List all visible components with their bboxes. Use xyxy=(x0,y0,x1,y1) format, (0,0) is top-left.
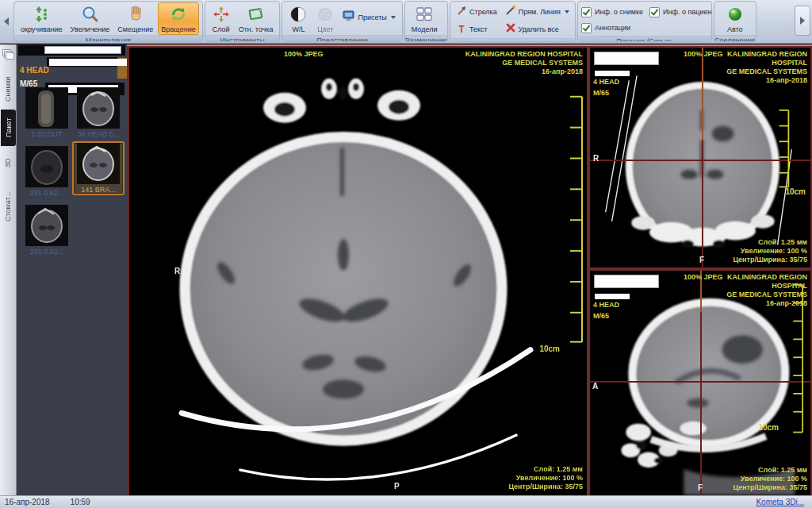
window-level-button[interactable]: W/L xyxy=(285,2,311,35)
image-stats: Слой: 1.25 мм Увеличение: 100 % Центр/Ши… xyxy=(733,238,807,264)
tab-3d[interactable]: 3D xyxy=(0,152,16,173)
tab-dental[interactable]: Стомат... xyxy=(0,189,16,224)
color-button[interactable]: Цвет xyxy=(312,2,338,35)
button-label: Модели xyxy=(412,25,438,33)
info-line: GE MEDICAL SYSTEMS xyxy=(726,67,807,76)
line-icon xyxy=(505,5,516,19)
ruler-label: 10cm xyxy=(539,344,560,353)
checkbox-icon xyxy=(581,23,592,33)
ribbon-group-manipulation: окручивание Увеличение Смещение Вращение xyxy=(13,1,203,42)
sagittal-viewport[interactable]: 4 HEAD M/65 100% JPEG KALININGRAD REGION… xyxy=(590,271,810,495)
color-palette-icon xyxy=(316,4,335,25)
patient-label: M/65 xyxy=(593,89,609,98)
checkbox-annotations[interactable]: Аннотации xyxy=(581,23,643,33)
button-label: Слой xyxy=(213,25,230,33)
info-line: 16-апр-2018 xyxy=(726,299,807,308)
redaction-bar xyxy=(44,46,121,54)
slice-cross-icon xyxy=(212,4,231,25)
arrow-icon xyxy=(456,5,467,19)
info-line: KALININGRAD REGION HOSPITAL xyxy=(465,50,583,59)
checkbox-icon xyxy=(581,7,592,17)
rotate-tool-button[interactable]: Вращение xyxy=(158,2,198,35)
chevron-down-icon xyxy=(565,10,569,13)
thumbnail-141-bra[interactable]: 141 BRA... xyxy=(72,141,124,195)
patient-label: M/65 xyxy=(593,312,609,321)
presets-button[interactable]: Присеты xyxy=(339,9,398,26)
chevron-right-icon xyxy=(800,17,805,25)
tab-stack[interactable]: Пакет xyxy=(1,110,16,146)
button-label: Текст xyxy=(469,25,488,33)
models-button[interactable]: Модели xyxy=(408,2,441,35)
slice-tool-button[interactable]: Слой xyxy=(209,2,234,35)
thumbnail-label: 141 BRA... xyxy=(74,186,123,194)
info-line: 16-апр-2018 xyxy=(465,67,583,76)
group-caption: Измерения и Аннотации xyxy=(450,38,575,42)
redaction-bar xyxy=(595,71,630,76)
info-line: HOSPITAL xyxy=(726,282,807,291)
orientation-marker-bottom: P xyxy=(394,482,400,491)
ribbon-group-presentation: W/L Цвет Присеты Представление xyxy=(282,1,402,42)
quality-label: 100% JPEG xyxy=(684,273,723,282)
axial-viewport[interactable]: 100% JPEG KALININGRAD REGION HOSPITAL GE… xyxy=(129,48,587,495)
info-line: KALININGRAD REGION xyxy=(726,50,807,59)
series-label: 4 HEAD xyxy=(593,301,619,310)
thumbnail-scout[interactable]: 1 SCOUT xyxy=(22,87,71,138)
button-label: Прям. Линия xyxy=(519,8,561,16)
button-label: Присеты xyxy=(358,13,386,21)
ruler-label: 10cm xyxy=(758,423,779,432)
ribbon-expand-button[interactable] xyxy=(795,6,810,36)
info-line: HOSPITAL xyxy=(726,59,807,67)
pan-tool-button[interactable]: Смещение xyxy=(114,2,156,35)
stat-line: Центр/Ширина: 35/75 xyxy=(733,483,807,492)
checkbox-icon xyxy=(649,7,660,17)
series-label: 4 HEAD xyxy=(20,66,49,75)
ruler-label: 10cm xyxy=(785,187,806,196)
tab-images[interactable]: Снимки xyxy=(0,67,16,111)
reference-frame-icon xyxy=(247,4,266,25)
orientation-marker-left: A xyxy=(592,382,598,391)
coronal-viewport[interactable]: 4 HEAD M/65 100% JPEG KALININGRAD REGION… xyxy=(590,48,810,267)
scroll-tool-button[interactable]: окручивание xyxy=(17,2,66,35)
status-date: 16-апр-2018 xyxy=(5,498,50,506)
status-time: 10:59 xyxy=(71,498,90,506)
line-annotation-button[interactable]: Прям. Линия xyxy=(502,3,573,21)
auto-connection-button[interactable]: Авто xyxy=(724,2,746,35)
arrow-annotation-button[interactable]: Стрелка xyxy=(453,3,500,21)
ribbon-collapse-button[interactable] xyxy=(0,1,13,42)
hospital-info: KALININGRAD REGION HOSPITAL GE MEDICAL S… xyxy=(465,50,583,76)
redaction-bar xyxy=(594,52,659,65)
button-label: Увеличение xyxy=(71,25,110,33)
thumbnail-label: 1 SCOUT xyxy=(22,130,71,138)
stat-line: Слой: 1.25 мм xyxy=(508,465,583,474)
chevron-left-icon xyxy=(4,17,9,25)
series-label: 4 HEAD xyxy=(593,78,619,87)
checkbox-image-info[interactable]: Инф. о снимке xyxy=(581,7,643,17)
redaction-bar xyxy=(595,294,630,299)
group-caption: Инструменты xyxy=(205,35,280,42)
redaction-bar xyxy=(49,59,127,66)
stat-line: Увеличение: 100 % xyxy=(508,474,583,483)
group-caption: Манипуляция xyxy=(14,35,202,42)
delete-all-button[interactable]: Удалить все xyxy=(502,21,573,38)
thumbnail-281-b[interactable]: 281 0.62... xyxy=(22,205,71,256)
info-line: GE MEDICAL SYSTEMS xyxy=(726,291,807,299)
button-label: Стрелка xyxy=(469,8,497,16)
group-caption: Представление xyxy=(282,35,401,42)
text-annotation-button[interactable]: T Текст xyxy=(453,22,500,37)
reference-point-button[interactable]: Отн. точка xyxy=(236,2,277,35)
button-label: окручивание xyxy=(21,25,63,33)
text-icon: T xyxy=(456,24,467,35)
orientation-marker-bottom: F xyxy=(698,483,703,492)
info-line: 16-апр-2018 xyxy=(726,76,807,85)
viewport-area: 100% JPEG KALININGRAD REGION HOSPITAL GE… xyxy=(127,44,812,495)
info-line: KALININGRAD REGION xyxy=(726,273,807,282)
thumbnail-head5[interactable]: 36 HEAD 5... xyxy=(74,87,123,138)
hospital-info: KALININGRAD REGION HOSPITAL GE MEDICAL S… xyxy=(726,50,807,85)
stat-line: Увеличение: 100 % xyxy=(733,247,807,256)
orientation-marker-left: R xyxy=(593,154,599,163)
checkbox-patient-info[interactable]: Инф. о пациенте xyxy=(649,7,712,17)
kometa-link[interactable]: Kometa 3Di... xyxy=(756,498,804,506)
thumbnail-281-a[interactable]: 281 0.62... xyxy=(22,146,71,197)
zoom-tool-button[interactable]: Увеличение xyxy=(67,2,113,35)
button-label: Авто xyxy=(727,25,743,33)
